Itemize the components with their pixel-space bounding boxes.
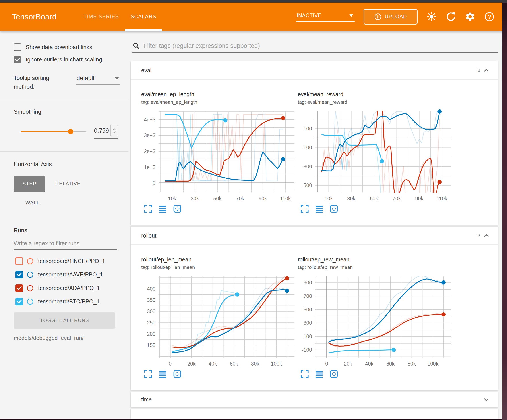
smoothing-stepper[interactable] xyxy=(110,125,118,137)
run-label: tensorboard/1INCH/PPO_1 xyxy=(38,258,105,264)
settings-icon[interactable] xyxy=(465,12,475,22)
chevron-down-icon[interactable] xyxy=(482,396,490,403)
run-color-circle[interactable] xyxy=(27,272,33,278)
fullscreen-icon[interactable] xyxy=(300,370,309,378)
series-smoothed xyxy=(322,108,440,200)
data-table-icon[interactable] xyxy=(159,205,167,213)
data-table-icon[interactable] xyxy=(159,370,167,378)
fullscreen-icon[interactable] xyxy=(300,205,309,213)
tab-scalars[interactable]: SCALARS xyxy=(125,3,162,31)
ignore-outliers-checkbox[interactable] xyxy=(14,56,21,63)
runs-directory-path: models/debugged_eval_run/ xyxy=(14,335,128,341)
section-next-partial xyxy=(131,409,498,419)
series-end-dot xyxy=(281,157,285,161)
smoothing-value-box: 0.759 xyxy=(94,124,118,139)
svg-text:80k: 80k xyxy=(408,361,416,367)
run-row[interactable]: tensorboard/ADA/PPO_1 xyxy=(15,281,128,295)
toggle-all-runs-button[interactable]: TOGGLE ALL RUNS xyxy=(14,312,115,329)
series-end-dot xyxy=(380,159,384,164)
chart-tag: tag: rollout/ep_rew_mean xyxy=(298,264,453,270)
chart-plot[interactable]: 10k30k50k70k90k110k01e+32e+33e+34e+3 xyxy=(141,108,296,201)
section-title: time xyxy=(141,396,152,403)
svg-text:150: 150 xyxy=(147,342,155,348)
series-raw xyxy=(329,314,444,347)
run-label: tensorboard/AAVE/PPO_1 xyxy=(38,271,103,278)
run-color-circle[interactable] xyxy=(27,285,33,291)
tab-bar: TIME SERIES SCALARS xyxy=(78,3,162,31)
divider xyxy=(0,219,128,219)
svg-text:20k: 20k xyxy=(344,361,352,367)
smoothing-slider[interactable] xyxy=(21,131,86,132)
info-icon xyxy=(374,13,382,21)
run-row[interactable]: tensorboard/BTC/PPO_1 xyxy=(15,295,128,308)
run-checkbox[interactable] xyxy=(15,284,23,292)
run-checkbox[interactable] xyxy=(15,298,23,305)
section-eval-header[interactable]: eval 2 xyxy=(131,62,498,80)
axis-option-relative[interactable]: RELATIVE xyxy=(53,176,83,192)
section-eval: eval 2 eval/mean_ep_lengthtag: eval/mean… xyxy=(131,62,498,225)
run-color-circle[interactable] xyxy=(27,299,33,305)
svg-text:90k: 90k xyxy=(259,196,267,201)
svg-text:-300: -300 xyxy=(302,164,312,169)
chart-plot[interactable]: 020k40k60k80k100k150200250300350400 xyxy=(141,273,296,367)
fullscreen-icon[interactable] xyxy=(144,370,152,378)
brightness-icon[interactable] xyxy=(426,12,437,22)
slider-thumb[interactable] xyxy=(68,129,73,134)
svg-text:0: 0 xyxy=(325,361,328,367)
fullscreen-icon[interactable] xyxy=(144,205,152,213)
run-label: tensorboard/BTC/PPO_1 xyxy=(38,298,100,305)
ignore-outliers-row[interactable]: Ignore outliers in chart scaling xyxy=(14,56,128,63)
run-row[interactable]: tensorboard/AAVE/PPO_1 xyxy=(15,268,128,281)
tooltip-sorting-value: default xyxy=(77,75,95,82)
section-time-header[interactable]: time xyxy=(131,392,498,407)
svg-text:0: 0 xyxy=(169,361,172,367)
svg-text:4e+3: 4e+3 xyxy=(144,117,155,123)
runs-filter-input[interactable]: Write a regex to filter runs xyxy=(14,240,117,250)
axis-option-step[interactable]: STEP xyxy=(14,176,45,192)
section-title: rollout xyxy=(141,233,156,239)
chart-plot[interactable]: 020k40k60k80k100k-100100300500700900 xyxy=(298,273,453,367)
chart-rollout-ep-rew-mean: rollout/ep_rew_meantag: rollout/ep_rew_m… xyxy=(298,245,453,378)
refresh-icon[interactable] xyxy=(446,12,456,22)
slider-fill xyxy=(21,131,71,132)
upload-button[interactable]: UPLOAD xyxy=(364,9,418,25)
show-download-links-row[interactable]: Show data download links xyxy=(14,43,128,51)
svg-text:100k: 100k xyxy=(428,361,439,367)
help-icon[interactable]: ? xyxy=(484,12,495,22)
run-row[interactable]: tensorboard/1INCH/PPO_1 xyxy=(15,254,128,268)
chevron-up-icon[interactable] xyxy=(482,232,490,239)
run-checkbox[interactable] xyxy=(15,271,23,278)
svg-text:3e+3: 3e+3 xyxy=(144,132,155,138)
smoothing-value[interactable]: 0.759 xyxy=(94,127,109,134)
check-icon xyxy=(16,299,22,304)
run-checkbox[interactable] xyxy=(15,257,23,265)
page-scrollbar[interactable] xyxy=(502,3,507,420)
data-table-icon[interactable] xyxy=(315,370,324,378)
status-dropdown[interactable]: INACTIVE xyxy=(296,12,355,22)
tooltip-sorting-dropdown[interactable]: default xyxy=(76,73,120,85)
smoothing-label: Smoothing xyxy=(14,108,128,115)
tab-time-series[interactable]: TIME SERIES xyxy=(78,3,125,31)
fit-domain-icon[interactable] xyxy=(330,370,338,378)
run-color-circle[interactable] xyxy=(27,258,33,264)
chevron-up-icon[interactable] xyxy=(482,67,490,74)
series-smoothed xyxy=(329,350,394,353)
axis-option-wall[interactable]: WALL xyxy=(23,195,42,211)
show-download-links-checkbox[interactable] xyxy=(14,43,21,51)
chart-title: rollout/ep_rew_mean xyxy=(298,256,453,263)
data-table-icon[interactable] xyxy=(315,205,324,213)
chevron-down-icon xyxy=(349,14,353,17)
series-end-dot xyxy=(223,118,227,122)
check-icon xyxy=(16,272,22,278)
svg-text:90k: 90k xyxy=(415,196,423,201)
section-count: 2 xyxy=(478,68,480,73)
section-rollout-header[interactable]: rollout 2 xyxy=(131,227,498,245)
chart-plot[interactable]: 10k30k50k70k90k110k100-100-300-500 xyxy=(298,108,453,201)
fit-domain-icon[interactable] xyxy=(173,370,182,378)
series-raw xyxy=(172,276,285,347)
series-end-dot xyxy=(442,281,446,285)
app-header: TensorBoard TIME SERIES SCALARS INACTIVE xyxy=(0,3,507,31)
fit-domain-icon[interactable] xyxy=(330,205,338,213)
filter-tags-input[interactable]: Filter tags (regular expressions support… xyxy=(132,40,498,53)
fit-domain-icon[interactable] xyxy=(173,205,182,213)
